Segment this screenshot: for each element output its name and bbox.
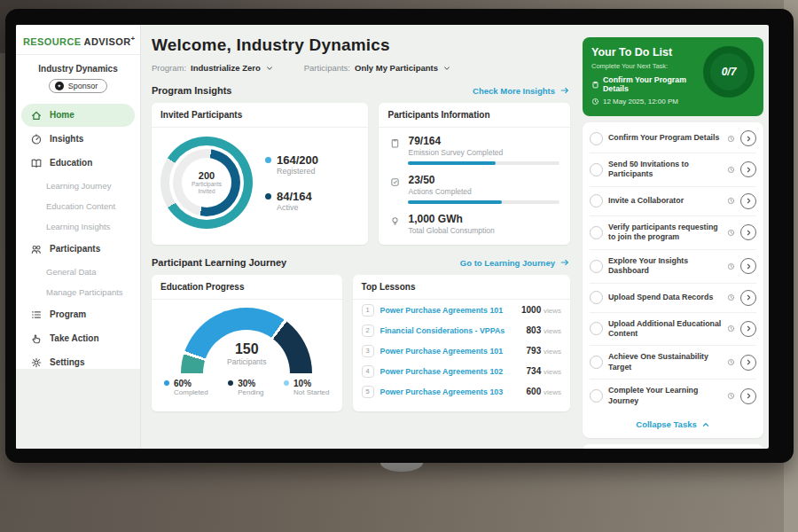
task-chevron-button[interactable] (740, 321, 756, 337)
invited-participants-donut: 200 Participants Invited (160, 137, 253, 229)
sidebar-nav: Home Insights Education Learning Journey… (16, 104, 140, 374)
task-row[interactable]: Achieve One Sustainability Target (590, 346, 756, 379)
task-checkbox[interactable] (590, 291, 603, 304)
program-list-icon (30, 309, 43, 321)
task-checkbox[interactable] (590, 260, 603, 273)
chevron-up-icon (701, 420, 710, 429)
legend-not-started: 10% Not Started (284, 379, 329, 396)
participants-information-card: Participants Information 79/164 Emission… (379, 103, 570, 245)
chevron-right-icon (745, 358, 753, 366)
sidebar-item-insights[interactable]: Insights (21, 128, 135, 151)
task-checkbox[interactable] (590, 226, 603, 239)
chevron-down-icon (265, 64, 274, 73)
task-row[interactable]: Invite a Collaborator (590, 187, 756, 216)
go-to-learning-journey-link[interactable]: Go to Learning Journey (460, 257, 570, 268)
sidebar-item-education-content[interactable]: Education Content (16, 196, 140, 216)
task-chevron-button[interactable] (740, 258, 756, 274)
task-checkbox[interactable] (590, 356, 603, 369)
program-filter-dropdown[interactable]: Program: Industrialize Zero (152, 63, 274, 73)
task-checkbox[interactable] (590, 389, 603, 403)
task-chevron-button[interactable] (740, 130, 756, 146)
lesson-link[interactable]: Power Purchase Agreements 102 (380, 367, 520, 376)
task-clock-icon (727, 229, 735, 237)
active-dot-icon (265, 193, 271, 200)
check-more-insights-link[interactable]: Check More Insights (473, 85, 570, 96)
logo-plus: + (131, 35, 136, 43)
pending-dot-icon (228, 380, 233, 386)
lesson-link[interactable]: Power Purchase Agreements 101 (380, 347, 520, 356)
todo-due-date: 12 May 2025, 12:00 PM (591, 98, 698, 106)
sidebar-item-take-action[interactable]: Take Action (21, 327, 135, 350)
donut-legend: 164/200 Registered 84/164 Active (265, 153, 318, 212)
legend-active: 84/164 Active (265, 190, 318, 212)
org-name: Industry Dynamics (16, 64, 140, 74)
todo-summary-card: Your To Do List Complete Your Next Task:… (583, 37, 763, 116)
task-checkbox[interactable] (590, 163, 603, 176)
task-chevron-button[interactable] (740, 193, 756, 209)
completed-dot-icon (164, 380, 169, 386)
task-clock-icon (727, 325, 735, 332)
task-checkbox[interactable] (590, 132, 603, 145)
education-icon (30, 157, 43, 169)
gauge-legend: 60% Completed 30% Pending (152, 379, 342, 396)
lesson-rank: 4 (362, 365, 374, 378)
task-clock-icon (727, 358, 735, 366)
gauge-center-label: Participants (227, 357, 266, 366)
lesson-rank: 2 (362, 325, 374, 337)
donut-center-value: 200 (199, 170, 215, 181)
lightbulb-icon (389, 215, 401, 227)
sidebar-item-learning-insights[interactable]: Learning Insights (16, 216, 140, 237)
collapse-tasks-link[interactable]: Collapse Tasks (590, 412, 756, 433)
task-row[interactable]: Confirm Your Program Details (590, 124, 756, 153)
recent-news-card: Recent News (583, 444, 763, 449)
sidebar-item-settings[interactable]: Settings (21, 351, 135, 374)
chevron-right-icon (745, 325, 753, 332)
clipboard-icon (591, 81, 599, 89)
learning-journey-heading: Participant Learning Journey (152, 257, 286, 268)
task-row[interactable]: Send 50 Invitations to Participants (590, 153, 756, 187)
task-chevron-button[interactable] (740, 290, 756, 306)
lesson-row: 3 Power Purchase Agreements 101 793 view… (353, 340, 570, 361)
lesson-rank: 5 (362, 386, 374, 398)
chevron-right-icon (745, 135, 753, 143)
sidebar-item-education[interactable]: Education (21, 152, 135, 175)
lesson-link[interactable]: Power Purchase Agreements 101 (380, 306, 515, 315)
chevron-down-icon (442, 64, 451, 73)
task-chevron-button[interactable] (740, 224, 756, 240)
task-checkbox[interactable] (590, 194, 603, 207)
task-clock-icon (727, 135, 735, 143)
task-chevron-button[interactable] (740, 355, 756, 371)
sidebar-item-learning-journey[interactable]: Learning Journey (16, 176, 140, 196)
chevron-right-icon (745, 262, 753, 270)
sidebar-item-home[interactable]: Home (21, 104, 135, 127)
todo-column: Your To Do List Complete Your Next Task:… (579, 25, 769, 449)
task-row[interactable]: Explore Your Insights Dashboard (590, 250, 756, 284)
sidebar-item-program[interactable]: Program (21, 303, 135, 326)
task-clock-icon (727, 392, 735, 400)
todo-subtitle: Complete Your Next Task: (591, 62, 698, 70)
lesson-row: 4 Power Purchase Agreements 102 734 view… (353, 361, 570, 381)
task-checkbox[interactable] (590, 322, 603, 335)
task-row[interactable]: Upload Additional Educational Content (590, 313, 756, 347)
home-icon (30, 109, 43, 121)
task-clock-icon (727, 262, 735, 270)
todo-progress-ring: 0/7 (703, 46, 755, 98)
lesson-link[interactable]: Power Purchase Agreements 103 (380, 387, 520, 396)
task-row[interactable]: Upload Spend Data Records (590, 284, 756, 313)
chevron-right-icon (745, 229, 753, 237)
task-row[interactable]: Verify participants requesting to join t… (590, 216, 756, 250)
task-row[interactable]: Complete Your Learning Journey (590, 379, 756, 412)
participants-filter-dropdown[interactable]: Participants: Only My Participants (304, 63, 451, 73)
sidebar-item-manage-participants[interactable]: Manage Participants (16, 282, 140, 302)
logo-resource: RESOURCE (23, 36, 82, 47)
sidebar-item-participants[interactable]: Participants (21, 238, 135, 261)
insights-icon (30, 133, 43, 145)
task-chevron-button[interactable] (740, 388, 756, 404)
sponsor-badge[interactable]: ✦ Sponsor (49, 79, 108, 93)
sidebar-item-general-data[interactable]: General Data (16, 262, 140, 282)
stat-global-consumption: 1,000 GWh Total Global Consumption (389, 213, 559, 235)
lesson-link[interactable]: Financial Considerations - VPPAs (380, 326, 520, 335)
lesson-rank: 3 (362, 345, 374, 357)
task-chevron-button[interactable] (740, 161, 756, 177)
program-insights-heading: Program Insights (152, 85, 231, 96)
